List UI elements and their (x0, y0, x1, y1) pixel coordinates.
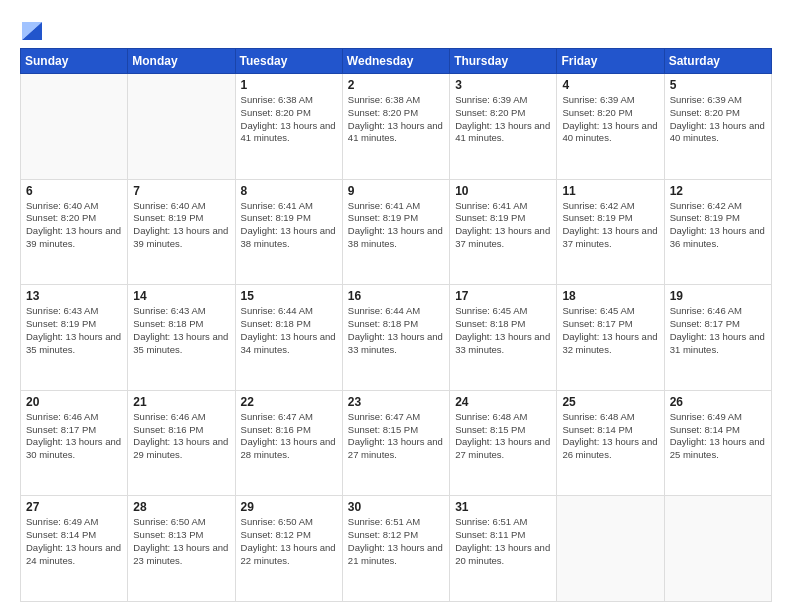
calendar-week-row: 13Sunrise: 6:43 AM Sunset: 8:19 PM Dayli… (21, 285, 772, 391)
weekday-header: Monday (128, 49, 235, 74)
day-info: Sunrise: 6:48 AM Sunset: 8:14 PM Dayligh… (562, 411, 658, 462)
day-number: 19 (670, 289, 766, 303)
day-number: 11 (562, 184, 658, 198)
calendar-cell: 16Sunrise: 6:44 AM Sunset: 8:18 PM Dayli… (342, 285, 449, 391)
day-number: 20 (26, 395, 122, 409)
weekday-header: Tuesday (235, 49, 342, 74)
calendar-header-row: SundayMondayTuesdayWednesdayThursdayFrid… (21, 49, 772, 74)
calendar-table: SundayMondayTuesdayWednesdayThursdayFrid… (20, 48, 772, 602)
day-info: Sunrise: 6:48 AM Sunset: 8:15 PM Dayligh… (455, 411, 551, 462)
weekday-header: Friday (557, 49, 664, 74)
calendar-cell: 30Sunrise: 6:51 AM Sunset: 8:12 PM Dayli… (342, 496, 449, 602)
calendar-week-row: 6Sunrise: 6:40 AM Sunset: 8:20 PM Daylig… (21, 179, 772, 285)
calendar-cell: 17Sunrise: 6:45 AM Sunset: 8:18 PM Dayli… (450, 285, 557, 391)
day-number: 3 (455, 78, 551, 92)
calendar-cell (557, 496, 664, 602)
day-number: 27 (26, 500, 122, 514)
day-info: Sunrise: 6:39 AM Sunset: 8:20 PM Dayligh… (455, 94, 551, 145)
calendar-cell: 24Sunrise: 6:48 AM Sunset: 8:15 PM Dayli… (450, 390, 557, 496)
calendar-cell: 12Sunrise: 6:42 AM Sunset: 8:19 PM Dayli… (664, 179, 771, 285)
calendar-cell (664, 496, 771, 602)
calendar-cell: 15Sunrise: 6:44 AM Sunset: 8:18 PM Dayli… (235, 285, 342, 391)
calendar-cell: 26Sunrise: 6:49 AM Sunset: 8:14 PM Dayli… (664, 390, 771, 496)
calendar-cell: 3Sunrise: 6:39 AM Sunset: 8:20 PM Daylig… (450, 74, 557, 180)
day-info: Sunrise: 6:50 AM Sunset: 8:12 PM Dayligh… (241, 516, 337, 567)
calendar-cell: 23Sunrise: 6:47 AM Sunset: 8:15 PM Dayli… (342, 390, 449, 496)
day-info: Sunrise: 6:38 AM Sunset: 8:20 PM Dayligh… (348, 94, 444, 145)
day-number: 31 (455, 500, 551, 514)
calendar-cell: 27Sunrise: 6:49 AM Sunset: 8:14 PM Dayli… (21, 496, 128, 602)
page: SundayMondayTuesdayWednesdayThursdayFrid… (0, 0, 792, 612)
day-number: 13 (26, 289, 122, 303)
day-info: Sunrise: 6:41 AM Sunset: 8:19 PM Dayligh… (455, 200, 551, 251)
calendar-cell: 14Sunrise: 6:43 AM Sunset: 8:18 PM Dayli… (128, 285, 235, 391)
calendar-cell: 29Sunrise: 6:50 AM Sunset: 8:12 PM Dayli… (235, 496, 342, 602)
day-info: Sunrise: 6:44 AM Sunset: 8:18 PM Dayligh… (348, 305, 444, 356)
calendar-cell: 11Sunrise: 6:42 AM Sunset: 8:19 PM Dayli… (557, 179, 664, 285)
day-info: Sunrise: 6:42 AM Sunset: 8:19 PM Dayligh… (670, 200, 766, 251)
day-info: Sunrise: 6:40 AM Sunset: 8:19 PM Dayligh… (133, 200, 229, 251)
day-number: 18 (562, 289, 658, 303)
calendar-week-row: 20Sunrise: 6:46 AM Sunset: 8:17 PM Dayli… (21, 390, 772, 496)
day-info: Sunrise: 6:47 AM Sunset: 8:16 PM Dayligh… (241, 411, 337, 462)
calendar-week-row: 1Sunrise: 6:38 AM Sunset: 8:20 PM Daylig… (21, 74, 772, 180)
day-info: Sunrise: 6:50 AM Sunset: 8:13 PM Dayligh… (133, 516, 229, 567)
day-info: Sunrise: 6:47 AM Sunset: 8:15 PM Dayligh… (348, 411, 444, 462)
day-info: Sunrise: 6:38 AM Sunset: 8:20 PM Dayligh… (241, 94, 337, 145)
calendar-cell: 20Sunrise: 6:46 AM Sunset: 8:17 PM Dayli… (21, 390, 128, 496)
weekday-header: Saturday (664, 49, 771, 74)
logo (20, 16, 42, 40)
day-number: 9 (348, 184, 444, 198)
day-number: 17 (455, 289, 551, 303)
day-number: 7 (133, 184, 229, 198)
day-number: 21 (133, 395, 229, 409)
calendar-cell: 5Sunrise: 6:39 AM Sunset: 8:20 PM Daylig… (664, 74, 771, 180)
calendar-cell: 1Sunrise: 6:38 AM Sunset: 8:20 PM Daylig… (235, 74, 342, 180)
day-number: 25 (562, 395, 658, 409)
logo-icon (22, 12, 42, 40)
day-number: 8 (241, 184, 337, 198)
calendar-cell: 8Sunrise: 6:41 AM Sunset: 8:19 PM Daylig… (235, 179, 342, 285)
day-info: Sunrise: 6:41 AM Sunset: 8:19 PM Dayligh… (348, 200, 444, 251)
day-number: 22 (241, 395, 337, 409)
day-info: Sunrise: 6:39 AM Sunset: 8:20 PM Dayligh… (562, 94, 658, 145)
day-info: Sunrise: 6:43 AM Sunset: 8:18 PM Dayligh… (133, 305, 229, 356)
day-number: 10 (455, 184, 551, 198)
calendar-cell: 25Sunrise: 6:48 AM Sunset: 8:14 PM Dayli… (557, 390, 664, 496)
day-number: 6 (26, 184, 122, 198)
day-number: 15 (241, 289, 337, 303)
day-info: Sunrise: 6:46 AM Sunset: 8:17 PM Dayligh… (670, 305, 766, 356)
day-number: 30 (348, 500, 444, 514)
calendar-cell: 21Sunrise: 6:46 AM Sunset: 8:16 PM Dayli… (128, 390, 235, 496)
calendar-cell: 6Sunrise: 6:40 AM Sunset: 8:20 PM Daylig… (21, 179, 128, 285)
day-number: 26 (670, 395, 766, 409)
day-info: Sunrise: 6:46 AM Sunset: 8:17 PM Dayligh… (26, 411, 122, 462)
day-number: 23 (348, 395, 444, 409)
calendar-cell: 31Sunrise: 6:51 AM Sunset: 8:11 PM Dayli… (450, 496, 557, 602)
day-info: Sunrise: 6:39 AM Sunset: 8:20 PM Dayligh… (670, 94, 766, 145)
calendar-cell: 4Sunrise: 6:39 AM Sunset: 8:20 PM Daylig… (557, 74, 664, 180)
calendar-cell: 10Sunrise: 6:41 AM Sunset: 8:19 PM Dayli… (450, 179, 557, 285)
day-number: 16 (348, 289, 444, 303)
calendar-cell (21, 74, 128, 180)
calendar-cell: 2Sunrise: 6:38 AM Sunset: 8:20 PM Daylig… (342, 74, 449, 180)
calendar-cell: 28Sunrise: 6:50 AM Sunset: 8:13 PM Dayli… (128, 496, 235, 602)
day-info: Sunrise: 6:46 AM Sunset: 8:16 PM Dayligh… (133, 411, 229, 462)
day-info: Sunrise: 6:41 AM Sunset: 8:19 PM Dayligh… (241, 200, 337, 251)
weekday-header: Thursday (450, 49, 557, 74)
day-info: Sunrise: 6:44 AM Sunset: 8:18 PM Dayligh… (241, 305, 337, 356)
day-number: 1 (241, 78, 337, 92)
day-info: Sunrise: 6:49 AM Sunset: 8:14 PM Dayligh… (26, 516, 122, 567)
calendar-cell: 13Sunrise: 6:43 AM Sunset: 8:19 PM Dayli… (21, 285, 128, 391)
calendar-week-row: 27Sunrise: 6:49 AM Sunset: 8:14 PM Dayli… (21, 496, 772, 602)
weekday-header: Sunday (21, 49, 128, 74)
day-number: 29 (241, 500, 337, 514)
day-info: Sunrise: 6:40 AM Sunset: 8:20 PM Dayligh… (26, 200, 122, 251)
day-number: 28 (133, 500, 229, 514)
calendar-cell: 19Sunrise: 6:46 AM Sunset: 8:17 PM Dayli… (664, 285, 771, 391)
day-info: Sunrise: 6:45 AM Sunset: 8:17 PM Dayligh… (562, 305, 658, 356)
day-info: Sunrise: 6:45 AM Sunset: 8:18 PM Dayligh… (455, 305, 551, 356)
header (20, 16, 772, 40)
calendar-cell: 7Sunrise: 6:40 AM Sunset: 8:19 PM Daylig… (128, 179, 235, 285)
day-info: Sunrise: 6:42 AM Sunset: 8:19 PM Dayligh… (562, 200, 658, 251)
